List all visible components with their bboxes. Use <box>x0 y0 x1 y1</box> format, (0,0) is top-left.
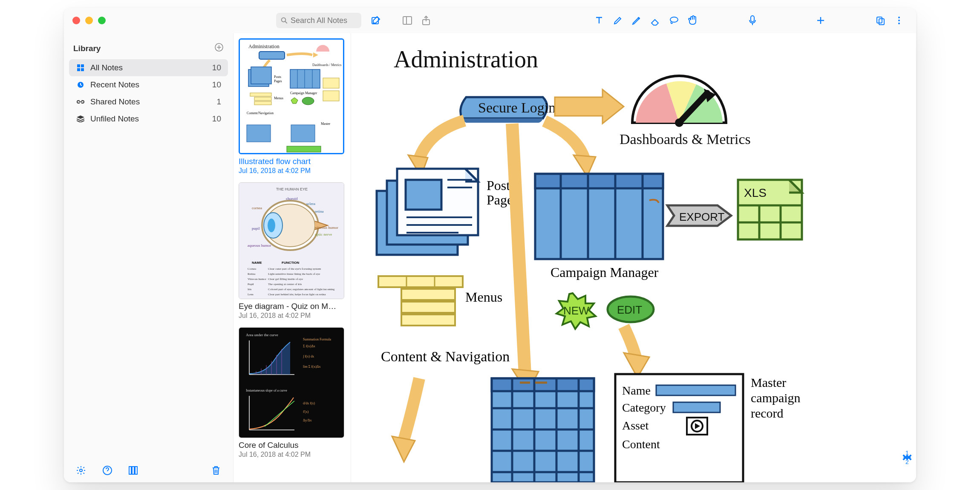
svg-text:Name: Name <box>622 384 651 397</box>
svg-rect-21 <box>129 467 131 474</box>
svg-rect-7 <box>751 16 754 22</box>
sidebar-item-count: 10 <box>212 63 221 72</box>
lasso-tool[interactable] <box>666 12 683 29</box>
trash-button[interactable] <box>208 462 225 479</box>
duplicate-button[interactable] <box>872 12 889 29</box>
note-thumbnail[interactable]: Administration Dashboards / Metrics <box>239 38 344 154</box>
compose-button[interactable] <box>367 12 384 29</box>
svg-text:Vitreous humor: Vitreous humor <box>248 277 266 281</box>
close-window-button[interactable] <box>72 17 80 24</box>
text-icon <box>594 15 604 26</box>
svg-rect-38 <box>290 69 320 88</box>
grid-icon <box>76 64 85 71</box>
svg-rect-46 <box>323 91 339 101</box>
note-card[interactable]: THE HUMAN EYE choroid sclera retina vitr… <box>239 182 346 320</box>
svg-text:The opening at center of iris: The opening at center of iris <box>268 282 302 286</box>
eraser-tool[interactable] <box>647 12 664 29</box>
svg-marker-148 <box>392 436 415 462</box>
svg-point-0 <box>282 18 286 22</box>
help-button[interactable] <box>99 462 116 479</box>
trash-icon <box>211 465 221 476</box>
gear-icon <box>76 465 86 476</box>
svg-text:cornea: cornea <box>252 206 262 210</box>
svg-text:aqueous humor: aqueous humor <box>248 243 271 248</box>
svg-text:Master: Master <box>751 375 786 389</box>
svg-point-12 <box>898 23 900 24</box>
svg-rect-17 <box>81 68 84 71</box>
svg-rect-33 <box>250 93 271 96</box>
svg-text:∫ f(x) dx: ∫ f(x) dx <box>303 355 314 358</box>
svg-text:f'(x): f'(x) <box>303 410 309 414</box>
svg-rect-34 <box>254 97 271 101</box>
svg-text:EDIT: EDIT <box>617 303 642 316</box>
svg-rect-128 <box>535 174 663 188</box>
search-field[interactable] <box>276 13 361 28</box>
svg-text:Menus: Menus <box>465 289 502 305</box>
text-tool[interactable] <box>591 12 608 29</box>
microphone-button[interactable] <box>744 12 761 29</box>
svg-rect-79 <box>239 328 344 438</box>
svg-point-11 <box>898 20 900 21</box>
svg-text:NAME: NAME <box>252 261 262 265</box>
sidebar-item-recent[interactable]: Recent Notes 10 <box>69 76 228 93</box>
note-canvas[interactable]: Administration Secure Login <box>351 33 916 482</box>
svg-text:campaign: campaign <box>751 391 801 405</box>
svg-text:Campaign Manager: Campaign Manager <box>290 91 317 95</box>
hand-tool[interactable] <box>684 12 701 29</box>
svg-text:Dashboards & Metrics: Dashboards & Metrics <box>620 131 751 147</box>
sidebar-item-unfiled[interactable]: Unfiled Notes 10 <box>69 110 228 127</box>
svg-rect-16 <box>77 68 80 71</box>
sidebar-item-all-notes[interactable]: All Notes 10 <box>69 59 228 76</box>
sidebar-toggle-button[interactable] <box>399 12 416 29</box>
note-title: Eye diagram - Quiz on M… <box>239 302 346 311</box>
svg-text:Administration: Administration <box>248 43 280 49</box>
microphone-icon <box>748 15 757 26</box>
svg-text:Content & Navigation: Content & Navigation <box>381 349 510 364</box>
note-card[interactable]: Administration Dashboards / Metrics <box>239 38 346 175</box>
svg-rect-120 <box>401 302 455 313</box>
note-thumbnail[interactable]: THE HUMAN EYE choroid sclera retina vitr… <box>239 182 344 299</box>
svg-point-103 <box>675 118 683 127</box>
pen-tool[interactable] <box>609 12 626 29</box>
more-button[interactable] <box>891 12 908 29</box>
library-view-button[interactable] <box>125 462 142 479</box>
note-date: Jul 16, 2018 at 4:02 PM <box>239 312 346 320</box>
svg-rect-14 <box>77 64 80 67</box>
svg-text:NEW: NEW <box>563 304 589 317</box>
pencil-icon <box>631 15 642 26</box>
svg-point-6 <box>670 17 678 22</box>
page-indicator[interactable]: 1 2 <box>902 450 913 465</box>
more-vertical-icon <box>897 15 901 26</box>
svg-text:Pupil: Pupil <box>248 282 254 286</box>
settings-button[interactable] <box>72 462 89 479</box>
note-card[interactable]: Area under the curve Sum <box>239 327 346 458</box>
share-button[interactable] <box>418 12 435 29</box>
pencil-tool[interactable] <box>628 12 645 29</box>
add-button[interactable] <box>812 12 829 29</box>
svg-text:FUNCTION: FUNCTION <box>282 261 300 265</box>
chevron-down-icon[interactable] <box>902 450 913 465</box>
eraser-icon <box>650 15 661 26</box>
svg-text:record: record <box>751 406 784 420</box>
fullscreen-window-button[interactable] <box>98 17 106 24</box>
minimize-window-button[interactable] <box>85 17 93 24</box>
svg-text:Clear part behind iris; helps : Clear part behind iris; helps focus ligh… <box>268 293 326 296</box>
svg-rect-23 <box>135 467 137 474</box>
svg-point-10 <box>898 17 900 18</box>
svg-rect-121 <box>401 314 455 326</box>
note-list[interactable]: Administration Dashboards / Metrics <box>233 33 351 482</box>
sidebar-item-shared[interactable]: Shared Notes 1 <box>69 93 228 110</box>
search-input[interactable] <box>291 16 357 25</box>
note-date: Jul 16, 2018 at 4:02 PM <box>239 167 346 175</box>
note-thumbnail[interactable]: Area under the curve Sum <box>239 327 344 438</box>
svg-text:Category: Category <box>622 401 666 414</box>
lasso-icon <box>669 15 680 26</box>
svg-text:Lens: Lens <box>248 293 254 296</box>
sidebar-item-label: All Notes <box>90 63 123 72</box>
add-folder-button[interactable] <box>214 43 224 54</box>
sidebar-item-count: 10 <box>212 114 221 124</box>
question-icon <box>102 465 112 476</box>
svg-rect-15 <box>81 64 84 67</box>
pen-icon <box>613 15 623 26</box>
svg-text:lim Σ f(xᵢ)Δx: lim Σ f(xᵢ)Δx <box>303 365 320 369</box>
